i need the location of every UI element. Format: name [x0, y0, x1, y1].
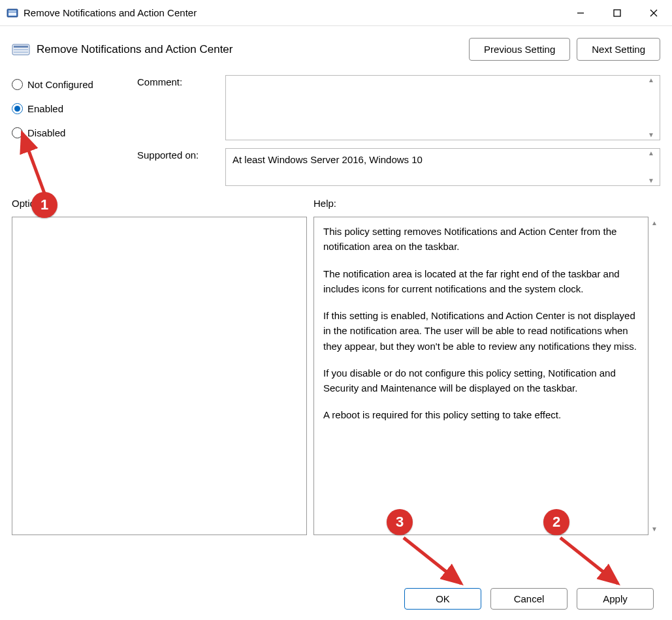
- close-button[interactable]: [635, 0, 672, 26]
- maximize-button[interactable]: [599, 0, 635, 26]
- header-row: Remove Notifications and Action Center P…: [12, 38, 660, 61]
- radio-not-configured[interactable]: Not Configured: [12, 79, 124, 90]
- annotation-badge-3: 3: [387, 509, 413, 535]
- help-panel: This policy setting removes Notification…: [313, 217, 648, 535]
- state-radio-group: Not Configured Enabled Disabled: [12, 75, 124, 186]
- svg-rect-2: [8, 12, 16, 16]
- annotation-badge-2: 2: [543, 509, 569, 535]
- help-text: This policy setting removes Notification…: [323, 224, 639, 255]
- window-title: Remove Notifications and Action Center: [24, 7, 562, 18]
- next-setting-button[interactable]: Next Setting: [577, 38, 660, 61]
- comment-textbox[interactable]: ▲ ▼: [225, 75, 660, 140]
- apply-button[interactable]: Apply: [577, 588, 654, 610]
- titlebar-controls: [562, 0, 672, 26]
- svg-rect-1: [8, 10, 16, 12]
- annotation-badge-1: 1: [31, 192, 57, 218]
- help-text: The notification area is located at the …: [323, 266, 639, 297]
- previous-setting-button[interactable]: Previous Setting: [469, 38, 570, 61]
- svg-rect-4: [614, 10, 620, 16]
- radio-icon: [12, 103, 23, 114]
- svg-rect-9: [14, 49, 28, 50]
- radio-label: Not Configured: [27, 79, 93, 90]
- titlebar-icon: [7, 7, 18, 19]
- radio-icon: [12, 79, 23, 90]
- cancel-button[interactable]: Cancel: [490, 588, 568, 610]
- supported-on-label: Supported on:: [137, 148, 225, 186]
- svg-rect-8: [14, 46, 28, 48]
- radio-label: Enabled: [27, 103, 63, 114]
- scroll-down-icon[interactable]: ▼: [651, 525, 658, 533]
- options-panel: [12, 217, 307, 535]
- scroll-up-icon[interactable]: ▲: [648, 77, 658, 84]
- minimize-button[interactable]: [562, 0, 599, 26]
- dialog-heading: Remove Notifications and Action Center: [37, 43, 469, 56]
- scroll-up-icon[interactable]: ▲: [651, 219, 658, 226]
- help-text: A reboot is required for this policy set…: [323, 407, 639, 422]
- scroll-down-icon[interactable]: ▼: [648, 132, 658, 138]
- dialog-footer: OK Cancel Apply: [12, 576, 660, 612]
- supported-on-textbox: At least Windows Server 2016, Windows 10…: [225, 148, 660, 186]
- svg-rect-10: [14, 52, 28, 53]
- radio-label: Disabled: [27, 127, 65, 138]
- help-text: If you disable or do not configure this …: [323, 365, 639, 396]
- help-scrollbar[interactable]: ▲ ▼: [648, 217, 660, 535]
- supported-on-value: At least Windows Server 2016, Windows 10: [232, 154, 423, 165]
- help-text: If this setting is enabled, Notification…: [323, 308, 639, 354]
- radio-enabled[interactable]: Enabled: [12, 103, 124, 114]
- radio-disabled[interactable]: Disabled: [12, 127, 124, 138]
- policy-icon: [12, 42, 30, 57]
- comment-label: Comment:: [137, 75, 225, 140]
- titlebar: Remove Notifications and Action Center: [0, 0, 672, 26]
- help-label: Help:: [313, 198, 336, 209]
- ok-button[interactable]: OK: [404, 588, 481, 610]
- scroll-up-icon[interactable]: ▲: [648, 150, 658, 157]
- scroll-down-icon[interactable]: ▼: [648, 178, 658, 184]
- radio-icon: [12, 127, 23, 138]
